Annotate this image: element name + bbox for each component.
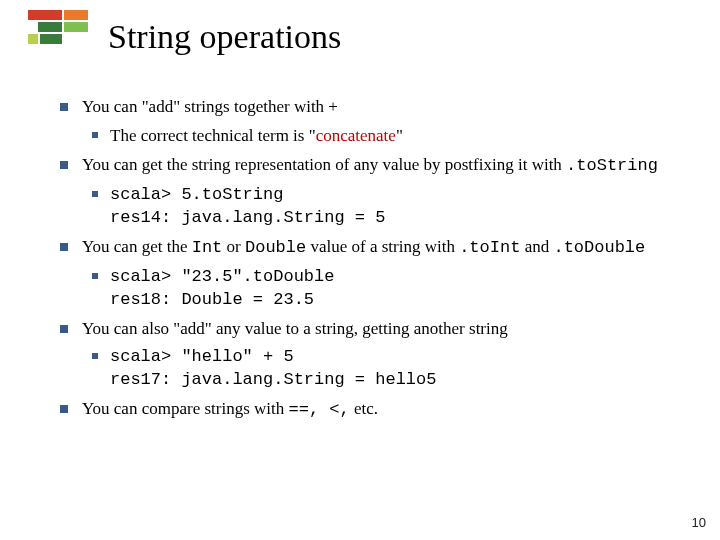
bullet-technical-term: The correct technical term is "concatena… [60,125,690,148]
int-dbl-mid2: value of a string with [306,237,459,256]
tech-term-pre: The correct technical term is " [110,126,316,145]
repl2-line2: res18: Double = 23.5 [110,290,314,309]
repl1-line2: res14: java.lang.String = 5 [110,208,385,227]
todouble-code: .toDouble [553,238,645,257]
page-number: 10 [692,515,706,530]
svg-rect-2 [38,22,62,32]
svg-rect-5 [40,34,62,44]
repl3-line1: scala> "hello" + 5 [110,347,294,366]
bullet-int-double: You can get the Int or Double value of a… [60,236,690,260]
int-dbl-pre: You can get the [82,237,192,256]
compare-code: ==, <, [289,400,350,419]
slide-content: You can "add" strings together with + Th… [60,96,690,428]
repl-todouble: scala> "23.5".toDouble res18: Double = 2… [60,266,690,312]
svg-rect-1 [64,10,88,20]
svg-rect-0 [28,10,62,20]
toint-code: .toInt [459,238,520,257]
repl3-line2: res17: java.lang.String = hello5 [110,370,436,389]
tech-term-post: " [396,126,403,145]
repl-tostring: scala> 5.toString res14: java.lang.Strin… [60,184,690,230]
tostring-code: .toString [566,156,658,175]
compare-post: etc. [350,399,378,418]
double-code: Double [245,238,306,257]
compare-pre: You can compare strings with [82,399,289,418]
repl-hello: scala> "hello" + 5 res17: java.lang.Stri… [60,346,690,392]
slide-title: String operations [108,18,341,56]
repl2-line1: scala> "23.5".toDouble [110,267,334,286]
int-dbl-mid1: or [222,237,245,256]
svg-rect-3 [64,22,88,32]
int-dbl-and: and [520,237,553,256]
tech-term-highlight: concatenate [316,126,396,145]
bullet-add-any: You can also "add" any value to a string… [60,318,690,341]
bullet-compare: You can compare strings with ==, <, etc. [60,398,690,422]
bullet-tostring: You can get the string representation of… [60,154,690,178]
slide-logo [28,10,88,62]
tostring-text: You can get the string representation of… [82,155,566,174]
int-code: Int [192,238,223,257]
repl1-line1: scala> 5.toString [110,185,283,204]
bullet-add-strings: You can "add" strings together with + [60,96,690,119]
svg-rect-4 [28,34,38,44]
